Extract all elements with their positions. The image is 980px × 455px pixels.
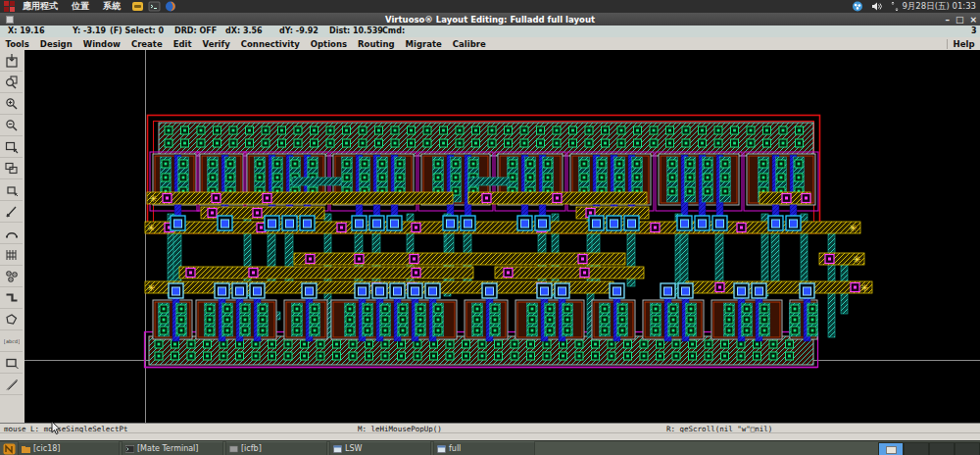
- workspace-4[interactable]: [955, 442, 980, 455]
- taskbar-button-lsw[interactable]: LSW: [329, 441, 431, 455]
- menu-item-window[interactable]: Window: [77, 39, 125, 49]
- network-icon[interactable]: [852, 1, 864, 12]
- tool-palette: [abcd]: [0, 50, 25, 423]
- tool-gears-icon[interactable]: [0, 266, 23, 287]
- status-segment-0: X: 19.16: [8, 26, 44, 35]
- mouse-cursor: [51, 422, 63, 435]
- launcher-icon[interactable]: [131, 1, 144, 12]
- tool-polygon-icon[interactable]: [0, 309, 23, 330]
- menu-item-migrate[interactable]: Migrate: [400, 39, 447, 49]
- svg-text:✳: ✳: [147, 282, 155, 293]
- svg-text:✳: ✳: [860, 282, 868, 293]
- menu-item-tools[interactable]: Tools: [0, 39, 34, 49]
- volume-icon[interactable]: [871, 1, 884, 12]
- window-title: Virtuoso® Layout Editing: Fulladd full l…: [0, 15, 980, 25]
- close-button[interactable]: ×: [969, 15, 977, 25]
- status-segment-4: dX: 3.56: [225, 26, 263, 35]
- svg-text:✳: ✳: [849, 223, 857, 233]
- tool-zoom-select-icon[interactable]: [0, 72, 23, 93]
- status-segment-6: Dist: 10.539: [329, 26, 383, 35]
- desktop: 應用程式 位置 系統 9月28日(五) 01:33 Virtuoso® L: [0, 0, 980, 455]
- terminal-icon: [125, 445, 134, 453]
- mate-menu-icon[interactable]: [3, 1, 16, 12]
- taskbar-button-label: full: [449, 444, 461, 453]
- menu-item-calibre[interactable]: Calibre: [447, 39, 491, 49]
- taskbar-button-cic18[interactable]: [cic18]: [18, 441, 120, 455]
- tool-move-icon[interactable]: [0, 179, 23, 201]
- status-segment-1: Y: -3.19: [73, 26, 106, 35]
- status-segment-2: (F) Select: 0: [110, 26, 164, 35]
- fit-view-icon: [4, 53, 20, 69]
- ruler-icon: [4, 377, 20, 392]
- panel-menu-applications[interactable]: 應用程式: [16, 0, 65, 13]
- tool-arc-icon[interactable]: [0, 223, 23, 244]
- workspace-1[interactable]: [878, 442, 904, 455]
- status-right-value: 3: [971, 26, 977, 35]
- desktop-panel: 應用程式 位置 系統 9月28日(五) 01:33: [0, 0, 980, 13]
- svg-text:✳: ✳: [147, 223, 155, 233]
- taskbar-button-full[interactable]: full: [433, 441, 535, 455]
- menu-item-help[interactable]: Help: [947, 39, 980, 49]
- window-titlebar[interactable]: Virtuoso® Layout Editing: Fulladd full l…: [0, 13, 980, 25]
- taskbar: [cic18][Mate Terminal][icfb]LSWfull: [0, 440, 980, 455]
- panel-menu-places[interactable]: 位置: [65, 0, 96, 13]
- tool-zoom-in-icon[interactable]: [0, 93, 23, 115]
- zoom-select-icon: [4, 75, 20, 90]
- instance-icon: [4, 247, 20, 263]
- menu-bar: ToolsDesignWindowCreateEditVerifyConnect…: [0, 37, 980, 51]
- cic-launcher-icon[interactable]: [3, 443, 16, 455]
- workspace-switcher[interactable]: [878, 442, 980, 455]
- taskbar-button-label: [cic18]: [33, 444, 60, 453]
- updown-arrows-icon[interactable]: [891, 1, 899, 12]
- taskbar-button-label: [icfb]: [241, 444, 262, 453]
- panel-clock[interactable]: 9月28日(五) 01:33: [902, 1, 976, 13]
- menu-item-connectivity[interactable]: Connectivity: [235, 39, 305, 49]
- terminal-launcher-icon[interactable]: [148, 1, 161, 12]
- tool-instance-icon[interactable]: [0, 244, 23, 266]
- tool-path-icon[interactable]: [0, 287, 23, 309]
- menu-item-create[interactable]: Create: [125, 39, 168, 49]
- tool-pencil-icon[interactable]: [0, 201, 23, 223]
- workspace-3[interactable]: [929, 442, 955, 455]
- tool-ruler-icon[interactable]: [0, 374, 23, 395]
- move-icon: [4, 182, 20, 198]
- tool-zoom-out-icon[interactable]: [0, 115, 23, 136]
- polygon-icon: [4, 312, 20, 328]
- tool-label-icon[interactable]: [abcd]: [0, 330, 23, 352]
- pencil-icon: [4, 204, 20, 220]
- copy-icon: [4, 161, 20, 177]
- menu-item-routing[interactable]: Routing: [353, 39, 401, 49]
- status-segment-3: DRD: OFF: [174, 26, 217, 35]
- tool-stretch-icon[interactable]: [0, 136, 23, 158]
- status-segment-7: Cmd:: [382, 26, 405, 35]
- taskbar-button-label: LSW: [345, 444, 362, 453]
- app-icon: [229, 445, 238, 453]
- firefox-icon[interactable]: [165, 1, 177, 12]
- panel-menu-system[interactable]: 系統: [96, 0, 127, 13]
- taskbar-button-mateterminal[interactable]: [Mate Terminal]: [122, 441, 223, 455]
- minimize-button[interactable]: –: [945, 15, 950, 25]
- tool-copy-icon[interactable]: [0, 158, 23, 179]
- arc-icon: [4, 226, 20, 241]
- taskbar-button-label: [Mate Terminal]: [137, 444, 198, 453]
- menu-item-design[interactable]: Design: [34, 39, 77, 49]
- rectangle-icon: [4, 355, 20, 371]
- menu-item-edit[interactable]: Edit: [168, 39, 197, 49]
- main-area: [abcd] ✳✳✳✳✳✳: [0, 50, 980, 423]
- folder-icon: [22, 445, 30, 453]
- zoom-out-icon: [4, 118, 20, 133]
- taskbar-button-icfb[interactable]: [icfb]: [225, 441, 327, 455]
- menu-item-verify[interactable]: Verify: [197, 39, 235, 49]
- gears-icon: [4, 269, 20, 284]
- label-icon: [abcd]: [4, 333, 20, 349]
- maximize-button[interactable]: □: [956, 15, 964, 25]
- window-icon: [437, 445, 446, 453]
- menu-item-options[interactable]: Options: [305, 39, 352, 49]
- stretch-icon: [4, 139, 20, 155]
- workspace-2[interactable]: [904, 442, 929, 455]
- tool-fit-view-icon[interactable]: [0, 50, 23, 72]
- window-icon: [333, 445, 342, 453]
- tool-rectangle-icon[interactable]: [0, 352, 23, 374]
- layout-canvas[interactable]: ✳✳✳✳✳✳: [24, 50, 980, 423]
- path-icon: [4, 290, 20, 306]
